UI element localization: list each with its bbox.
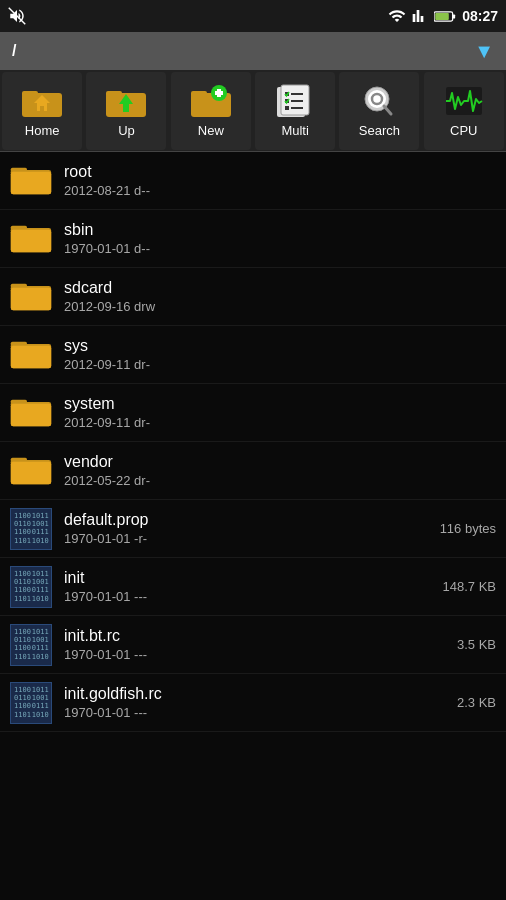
- search-icon: [357, 83, 401, 119]
- multi-button[interactable]: Multi: [255, 72, 335, 150]
- file-thumbnail: [10, 276, 52, 318]
- list-item[interactable]: root 2012-08-21 d--: [0, 152, 506, 210]
- file-name: vendor: [64, 453, 496, 471]
- list-item[interactable]: 1100011011001101 1011100101111010 init 1…: [0, 558, 506, 616]
- file-thumbnail: [10, 160, 52, 202]
- file-meta: 2012-09-11 dr-: [64, 357, 496, 372]
- folder-thumb: [10, 334, 52, 372]
- dropdown-arrow[interactable]: ▼: [474, 40, 494, 63]
- list-item[interactable]: 1100011011001101 1011100101111010 defaul…: [0, 500, 506, 558]
- new-icon: [189, 83, 233, 119]
- file-info: init.goldfish.rc 1970-01-01 ---: [64, 685, 457, 720]
- new-button[interactable]: New: [171, 72, 251, 150]
- file-meta: 1970-01-01 ---: [64, 589, 443, 604]
- file-size: 2.3 KB: [457, 695, 496, 710]
- file-name: sys: [64, 337, 496, 355]
- cpu-button[interactable]: CPU: [424, 72, 504, 150]
- list-item[interactable]: system 2012-09-11 dr-: [0, 384, 506, 442]
- folder-thumb: [10, 276, 52, 314]
- file-meta: 2012-08-21 d--: [64, 183, 496, 198]
- status-right: 08:27: [388, 7, 498, 25]
- file-name: sdcard: [64, 279, 496, 297]
- file-thumbnail: [10, 392, 52, 434]
- svg-rect-40: [11, 287, 51, 310]
- list-item[interactable]: vendor 2012-05-22 dr-: [0, 442, 506, 500]
- svg-rect-3: [435, 13, 449, 20]
- file-info: init.bt.rc 1970-01-01 ---: [64, 627, 457, 662]
- folder-thumb: [10, 160, 52, 198]
- svg-rect-43: [11, 345, 51, 368]
- file-name: default.prop: [64, 511, 440, 529]
- svg-rect-8: [40, 106, 44, 111]
- file-name: system: [64, 395, 496, 413]
- file-info: default.prop 1970-01-01 -r-: [64, 511, 440, 546]
- up-label: Up: [118, 123, 135, 138]
- svg-rect-34: [11, 171, 51, 194]
- binary-thumb: 1100011011001101 1011100101111010: [10, 508, 52, 550]
- cpu-icon: [442, 83, 486, 119]
- file-name: init.bt.rc: [64, 627, 457, 645]
- file-info: system 2012-09-11 dr-: [64, 395, 496, 430]
- file-meta: 1970-01-01 ---: [64, 705, 457, 720]
- file-list: root 2012-08-21 d-- sbin 1970-01-01 d--: [0, 152, 506, 900]
- cpu-label: CPU: [450, 123, 477, 138]
- file-meta: 2012-09-16 drw: [64, 299, 496, 314]
- binary-thumb: 1100011011001101 1011100101111010: [10, 624, 52, 666]
- binary-thumb: 1100011011001101 1011100101111010: [10, 566, 52, 608]
- file-meta: 2012-09-11 dr-: [64, 415, 496, 430]
- svg-rect-46: [11, 403, 51, 426]
- file-thumbnail: 1100011011001101 1011100101111010: [10, 624, 52, 666]
- multi-icon: [273, 83, 317, 119]
- up-button[interactable]: Up: [86, 72, 166, 150]
- file-name: init: [64, 569, 443, 587]
- file-size: 3.5 KB: [457, 637, 496, 652]
- svg-rect-5: [22, 91, 38, 97]
- list-item[interactable]: sbin 1970-01-01 d--: [0, 210, 506, 268]
- file-info: root 2012-08-21 d--: [64, 163, 496, 198]
- multi-label: Multi: [281, 123, 308, 138]
- svg-rect-14: [191, 91, 207, 97]
- file-name: sbin: [64, 221, 496, 239]
- list-item[interactable]: sdcard 2012-09-16 drw: [0, 268, 506, 326]
- svg-rect-10: [106, 91, 122, 97]
- battery-icon: [434, 10, 456, 23]
- file-thumbnail: [10, 334, 52, 376]
- list-item[interactable]: sys 2012-09-11 dr-: [0, 326, 506, 384]
- new-label: New: [198, 123, 224, 138]
- svg-rect-18: [215, 91, 223, 95]
- address-bar: / ▼: [0, 32, 506, 70]
- search-label: Search: [359, 123, 400, 138]
- file-info: sys 2012-09-11 dr-: [64, 337, 496, 372]
- file-thumbnail: 1100011011001101 1011100101111010: [10, 508, 52, 550]
- home-button[interactable]: Home: [2, 72, 82, 150]
- file-info: sdcard 2012-09-16 drw: [64, 279, 496, 314]
- list-item[interactable]: 1100011011001101 1011100101111010 init.b…: [0, 616, 506, 674]
- svg-rect-49: [11, 461, 51, 484]
- file-thumbnail: 1100011011001101 1011100101111010: [10, 682, 52, 724]
- binary-thumb: 1100011011001101 1011100101111010: [10, 682, 52, 724]
- svg-rect-37: [11, 229, 51, 252]
- svg-rect-25: [285, 106, 289, 110]
- file-name: root: [64, 163, 496, 181]
- file-size: 116 bytes: [440, 521, 496, 536]
- home-icon: [20, 83, 64, 119]
- current-path: /: [12, 42, 16, 60]
- up-icon: [104, 83, 148, 119]
- folder-thumb: [10, 218, 52, 256]
- mute-icon: [8, 7, 26, 25]
- file-info: sbin 1970-01-01 d--: [64, 221, 496, 256]
- file-name: init.goldfish.rc: [64, 685, 457, 703]
- search-button[interactable]: Search: [339, 72, 419, 150]
- file-meta: 1970-01-01 -r-: [64, 531, 440, 546]
- status-bar: 08:27: [0, 0, 506, 32]
- signal-icon: [412, 7, 428, 25]
- file-info: init 1970-01-01 ---: [64, 569, 443, 604]
- file-thumbnail: [10, 450, 52, 492]
- home-label: Home: [25, 123, 60, 138]
- file-thumbnail: [10, 218, 52, 260]
- svg-rect-2: [453, 14, 456, 18]
- svg-rect-26: [291, 107, 303, 109]
- file-meta: 1970-01-01 d--: [64, 241, 496, 256]
- file-meta: 1970-01-01 ---: [64, 647, 457, 662]
- list-item[interactable]: 1100011011001101 1011100101111010 init.g…: [0, 674, 506, 732]
